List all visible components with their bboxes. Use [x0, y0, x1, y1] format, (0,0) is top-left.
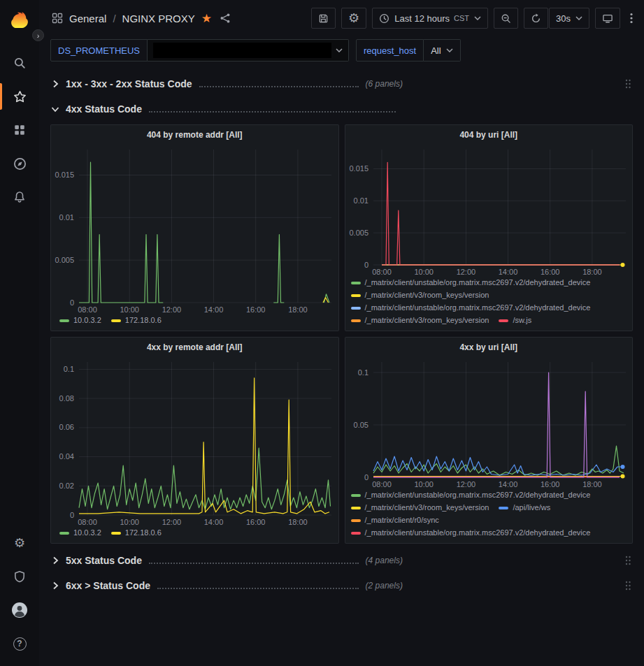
series-name: /_matrix/client/unstable/org.matrix.msc2…	[365, 303, 591, 312]
sidebar-item-server-admin[interactable]	[0, 560, 39, 593]
row-4xx[interactable]: 4xx Status Code	[50, 99, 633, 119]
svg-text:0.02: 0.02	[59, 482, 74, 490]
legend-item[interactable]: /_matrix/client/unstable/org.matrix.msc2…	[351, 491, 591, 500]
save-icon	[318, 13, 329, 24]
refresh-interval-label: 30s	[556, 13, 571, 24]
sidebar-item-help[interactable]: ?	[0, 627, 39, 660]
panel-title[interactable]: 404 by remote addr [All]	[51, 125, 338, 144]
series-name: /_matrix/client/r0/sync	[365, 516, 439, 525]
refresh-group: 30s	[524, 8, 589, 29]
legend-item[interactable]: /_matrix/client/r0/sync	[351, 516, 439, 525]
breadcrumb-dashboard-title[interactable]: NGINX PROXY	[122, 13, 195, 24]
legend-item[interactable]: /api/live/ws	[499, 503, 550, 512]
series-color-swatch	[59, 532, 69, 535]
row-dotted-filler	[149, 111, 396, 113]
row-dotted-filler	[149, 563, 359, 564]
breadcrumb-folder[interactable]: General	[69, 13, 106, 24]
svg-text:0.005: 0.005	[349, 229, 368, 237]
legend-item[interactable]: 172.18.0.6	[111, 316, 162, 325]
time-series-chart[interactable]: 00.0050.010.01508:0010:0012:0014:0016:00…	[51, 144, 338, 314]
time-series-chart[interactable]: 00.0050.010.01508:0010:0012:0014:0016:00…	[345, 144, 633, 277]
refresh-icon	[531, 13, 541, 24]
refresh-interval-dropdown[interactable]: 30s	[549, 8, 589, 29]
svg-text:18:00: 18:00	[288, 518, 308, 526]
svg-text:0.015: 0.015	[349, 164, 368, 173]
svg-text:0.05: 0.05	[353, 421, 368, 429]
breadcrumb: General / NGINX PROXY ★	[52, 13, 231, 24]
svg-text:0.015: 0.015	[55, 171, 74, 179]
sidebar-item-explore[interactable]	[0, 147, 39, 180]
drag-handle-icon[interactable]	[624, 555, 633, 566]
share-icon[interactable]	[220, 13, 231, 24]
row-panel-count: (4 panels)	[366, 556, 403, 565]
time-series-chart[interactable]: 00.020.040.060.080.108:0010:0012:0014:00…	[51, 356, 338, 527]
zoom-out-button[interactable]	[494, 8, 518, 29]
sidebar-expand-button[interactable]: ›	[32, 29, 44, 41]
panel-title[interactable]: 404 by uri [All]	[345, 125, 633, 144]
refresh-button[interactable]	[524, 8, 548, 29]
legend-item[interactable]: /_matrix/client/v3/room_keys/version	[351, 316, 489, 325]
svg-text:10:00: 10:00	[120, 518, 139, 526]
svg-text:08:00: 08:00	[372, 480, 392, 488]
gear-icon: ⚙	[14, 537, 25, 549]
save-dashboard-button[interactable]	[311, 8, 336, 29]
dashboard-settings-button[interactable]: ⚙	[341, 8, 366, 29]
legend-item[interactable]: /_matrix/client/v3/room_keys/version	[351, 291, 489, 300]
drag-handle-icon[interactable]	[624, 580, 633, 591]
row-6xx[interactable]: 6xx > Status Code (2 panels)	[50, 576, 633, 595]
svg-text:18:00: 18:00	[582, 480, 602, 488]
shield-icon	[13, 570, 26, 583]
tv-mode-button[interactable]	[595, 8, 620, 29]
dashboard-canvas: 1xx - 3xx - 2xx Status Code (6 panels) 4…	[39, 68, 644, 666]
sidebar-item-dashboards[interactable]	[0, 113, 39, 147]
panel-legend: 10.0.3.2172.18.0.6	[51, 527, 338, 543]
sidebar-item-starred[interactable]	[0, 80, 39, 113]
row-1xx-3xx-2xx[interactable]: 1xx - 3xx - 2xx Status Code (6 panels)	[50, 74, 633, 94]
row-4xx-panels: 404 by remote addr [All] 00.0050.010.015…	[50, 124, 633, 544]
drag-handle-icon[interactable]	[624, 78, 633, 89]
favorite-star-icon[interactable]: ★	[201, 13, 212, 24]
avatar	[11, 602, 28, 618]
legend-item[interactable]: /_matrix/client/unstable/org.matrix.msc2…	[351, 278, 591, 287]
bell-icon	[13, 191, 26, 203]
svg-text:0: 0	[70, 511, 74, 519]
chevron-down-icon	[474, 16, 481, 20]
legend-item[interactable]: /sw.js	[499, 316, 531, 325]
panel-legend: /_matrix/client/unstable/org.matrix.msc2…	[345, 489, 633, 543]
request-host-variable-select[interactable]: All	[424, 39, 460, 61]
legend-item[interactable]: 172.18.0.6	[111, 528, 162, 537]
chart-svg: 00.0050.010.01508:0010:0012:0014:0016:00…	[345, 144, 633, 277]
panel-title[interactable]: 4xx by remote addr [All]	[51, 338, 338, 356]
series-color-swatch	[351, 519, 361, 522]
request-host-variable-label[interactable]: request_host	[356, 39, 424, 61]
chart-svg: 00.0050.010.01508:0010:0012:0014:0016:00…	[51, 144, 338, 314]
legend-item[interactable]: /_matrix/client/unstable/org.matrix.msc2…	[351, 303, 591, 312]
svg-text:10:00: 10:00	[120, 305, 139, 314]
sidebar-item-profile[interactable]	[0, 593, 39, 627]
svg-text:16:00: 16:00	[540, 268, 559, 276]
panel-4xx-by-uri: 4xx by uri [All] 00.050.108:0010:0012:00…	[345, 337, 634, 544]
sidebar: ⚙ ?	[0, 0, 39, 666]
legend-item[interactable]: 10.0.3.2	[59, 316, 101, 325]
sidebar-item-search[interactable]	[0, 46, 39, 80]
series-name: /_matrix/client/unstable/org.matrix.msc2…	[365, 528, 591, 537]
search-icon	[13, 57, 26, 69]
panel-legend: /_matrix/client/unstable/org.matrix.msc2…	[345, 277, 633, 331]
datasource-variable-select[interactable]	[148, 39, 349, 61]
row-title: 4xx Status Code	[66, 103, 142, 115]
legend-item[interactable]: /_matrix/client/unstable/org.matrix.msc2…	[351, 528, 591, 537]
legend-item[interactable]: 10.0.3.2	[59, 528, 101, 537]
kebab-menu-button[interactable]	[626, 8, 637, 29]
series-name: 172.18.0.6	[125, 316, 162, 325]
series-color-swatch	[351, 307, 361, 310]
legend-item[interactable]: /_matrix/client/v3/room_keys/version	[351, 503, 489, 512]
sidebar-item-configuration[interactable]: ⚙	[0, 526, 39, 560]
time-range-picker[interactable]: Last 12 hours CST	[372, 8, 488, 29]
sidebar-item-alerting[interactable]	[0, 180, 39, 214]
time-series-chart[interactable]: 00.050.108:0010:0012:0014:0016:0018:00	[345, 356, 633, 489]
svg-text:0.01: 0.01	[59, 213, 74, 222]
panel-title[interactable]: 4xx by uri [All]	[345, 338, 633, 356]
clock-icon	[379, 13, 389, 24]
row-5xx[interactable]: 5xx Status Code (4 panels)	[50, 551, 633, 570]
datasource-variable-label[interactable]: DS_PROMETHEUS	[50, 39, 148, 61]
